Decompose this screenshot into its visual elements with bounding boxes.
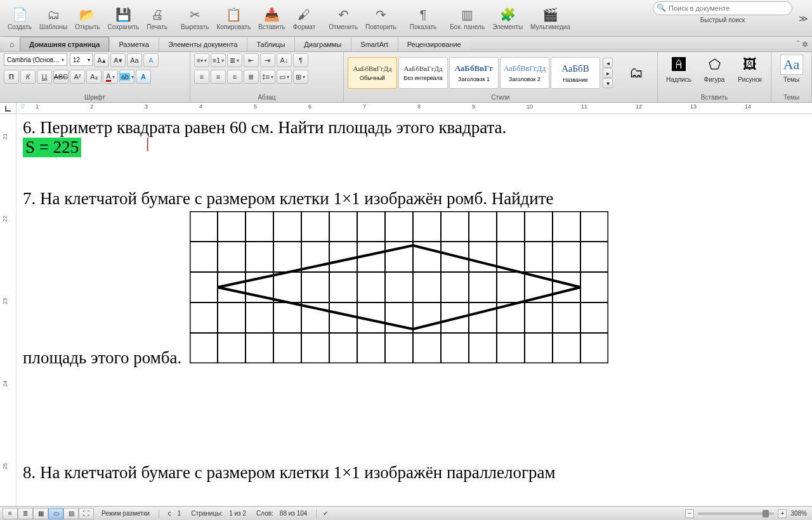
styles-next-button[interactable]: ▸ <box>603 68 613 78</box>
paragraph-7a[interactable]: 7. На клетчатой бумаге с размером клетки… <box>23 189 812 209</box>
toolbar-показать[interactable]: ¶Показать <box>406 4 441 32</box>
toolbar-icon: 🧩 <box>499 6 516 23</box>
toolbar-icon: ¶ <box>414 6 432 23</box>
subscript-button[interactable]: A₂ <box>86 70 102 84</box>
zoom-value[interactable]: 308% <box>790 510 807 517</box>
insert-1[interactable]: ⬠Фигура <box>697 53 731 84</box>
align-right-button[interactable]: ≡ <box>227 70 242 84</box>
search-input[interactable] <box>653 1 792 15</box>
home-icon-tab[interactable]: ⌂ <box>4 37 20 51</box>
themes-button[interactable]: Aa Темы <box>775 53 808 84</box>
answer-highlight[interactable]: S = 225 <box>23 138 81 157</box>
view-print-layout-button[interactable]: ▭ <box>48 508 63 519</box>
ruler-number: 12 <box>636 103 642 110</box>
spellcheck-icon[interactable]: ✔ <box>320 509 331 518</box>
ribbon-settings-icon[interactable]: ✲ <box>802 40 808 49</box>
clear-formatting-button[interactable]: A <box>143 53 159 67</box>
strike-button[interactable]: ABC <box>53 70 69 84</box>
align-justify-button[interactable]: ≣ <box>244 70 259 84</box>
toolbar-элементы[interactable]: 🧩Элементы <box>488 4 527 32</box>
styles-pane-button[interactable]: 🗂 <box>619 62 653 84</box>
show-marks-button[interactable]: ¶ <box>293 53 308 67</box>
styles-prev-button[interactable]: ◂ <box>603 58 613 68</box>
style-card-4[interactable]: АаБбВНазвание <box>551 57 600 89</box>
toolbar-формат[interactable]: 🖌Формат <box>289 4 320 32</box>
vruler-number: 24 <box>2 380 8 387</box>
change-case-button[interactable]: Aa <box>127 53 142 67</box>
ruler-number: 5 <box>254 103 257 110</box>
toolbar-icon: 💾 <box>114 6 132 23</box>
text-effects-button[interactable]: A <box>136 70 151 84</box>
indent-marker[interactable]: ▽ <box>20 103 25 110</box>
sort-button[interactable]: A↓ <box>277 53 292 67</box>
ribbon-tab-1[interactable]: Разметка <box>109 37 159 51</box>
italic-button[interactable]: К <box>20 70 36 84</box>
toolbar-мультимедиа[interactable]: 🎬Мультимедиа <box>527 4 574 32</box>
insert-2[interactable]: 🖼Рисунок <box>733 53 767 84</box>
grow-font-button[interactable]: A▴ <box>94 53 109 67</box>
toolbar-вставить[interactable]: 📥Вставить <box>254 4 289 32</box>
line-spacing-button[interactable]: ‡≡ <box>260 70 275 84</box>
superscript-button[interactable]: A² <box>70 70 85 84</box>
view-publishing-button[interactable]: ▦ <box>33 508 48 519</box>
panel-title-themes: Темы <box>775 93 808 102</box>
bullets-button[interactable]: ≡• <box>194 53 209 67</box>
toolbar-создать[interactable]: 📄Создать <box>4 4 36 32</box>
panel-title-insert: Вставить <box>662 93 767 102</box>
ribbon: Cambria (Основ… 12 A▴ A▾ Aa A П К Ц ABC … <box>0 52 812 103</box>
toolbar-сохранить[interactable]: 💾Сохранить <box>104 4 143 32</box>
style-card-2[interactable]: АаБбВвГгЗаголовок 1 <box>449 57 499 89</box>
overflow-chevron-icon[interactable]: ≫ <box>799 13 808 23</box>
font-size-selector[interactable]: 12 <box>70 53 93 66</box>
indent-increase-button[interactable]: ⇥ <box>260 53 275 67</box>
insert-0[interactable]: 🅰Надпись <box>662 53 696 84</box>
style-card-1[interactable]: АаБбВвГгДдБез интервала <box>398 57 448 89</box>
toolbar-копировать[interactable]: 📋Копировать <box>213 4 254 32</box>
style-card-3[interactable]: АаБбВвГгДдЗаголовок 2 <box>500 57 549 89</box>
underline-button[interactable]: Ц <box>37 70 52 84</box>
toolbar-бок. панель[interactable]: ▥Бок. панель <box>446 4 488 32</box>
ribbon-tab-5[interactable]: SmartArt <box>351 37 397 51</box>
toolbar-повторить[interactable]: ↷Повторить <box>362 4 400 32</box>
shrink-font-button[interactable]: A▾ <box>110 53 126 67</box>
view-notebook-button[interactable]: ▤ <box>63 508 79 519</box>
ribbon-collapse-icon[interactable]: ˆ <box>797 40 799 49</box>
toolbar-icon: 📋 <box>225 6 242 23</box>
ribbon-tab-6[interactable]: Рецензирование <box>398 37 471 51</box>
align-center-button[interactable]: ≡ <box>211 70 226 84</box>
toolbar-открыть[interactable]: 📂Открыть <box>71 4 103 32</box>
zoom-slider[interactable] <box>698 512 774 515</box>
panel-title-paragraph: Абзац <box>194 93 339 102</box>
insert-icon: 🅰 <box>669 55 689 75</box>
ribbon-tab-2[interactable]: Элементы документа <box>159 37 247 51</box>
toolbar-печать[interactable]: 🖨Печать <box>143 4 171 32</box>
style-card-0[interactable]: АаБбВвГгДдОбычный <box>348 57 397 89</box>
paragraph-6[interactable]: 6. Периметр квадрата равен 60 см. Найти … <box>23 118 812 138</box>
styles-expand-button[interactable]: ▾ <box>603 78 613 88</box>
highlight-color-button[interactable]: ab <box>119 70 134 84</box>
toolbar-шаблоны[interactable]: 🗂Шаблоны <box>36 4 71 32</box>
shading-button[interactable]: ▭ <box>277 70 292 84</box>
font-name-selector[interactable]: Cambria (Основ… <box>4 53 67 66</box>
ribbon-tab-3[interactable]: Таблицы <box>247 37 294 51</box>
paragraph-8[interactable]: 8. На клетчатой бумаге с размером клетки… <box>23 463 812 483</box>
indent-decrease-button[interactable]: ⇤ <box>244 53 259 67</box>
ribbon-tab-0[interactable]: Домашняя страница <box>20 37 109 51</box>
toolbar-вырезать[interactable]: ✂Вырезать <box>177 4 213 32</box>
page[interactable]: 6. Периметр квадрата равен 60 см. Найти … <box>16 114 812 506</box>
align-left-button[interactable]: ≡ <box>194 70 209 84</box>
multilevel-button[interactable]: ≣ <box>227 53 242 67</box>
paragraph-7b[interactable]: площадь этого ромба. <box>23 211 812 368</box>
view-fullscreen-button[interactable]: ⛶ <box>79 508 94 519</box>
numbering-button[interactable]: ≡1 <box>211 53 226 67</box>
view-draft-button[interactable]: ≡ <box>3 508 18 519</box>
zoom-out-button[interactable]: − <box>685 509 694 518</box>
tab-selector[interactable] <box>0 103 16 114</box>
ribbon-tab-4[interactable]: Диаграммы <box>294 37 351 51</box>
view-outline-button[interactable]: ≣ <box>18 508 33 519</box>
zoom-in-button[interactable]: + <box>778 509 787 518</box>
toolbar-отменить[interactable]: ↶Отменить <box>325 4 362 32</box>
font-color-button[interactable]: A <box>103 70 118 84</box>
bold-button[interactable]: П <box>4 70 19 84</box>
borders-button[interactable]: ⊞ <box>293 70 308 84</box>
